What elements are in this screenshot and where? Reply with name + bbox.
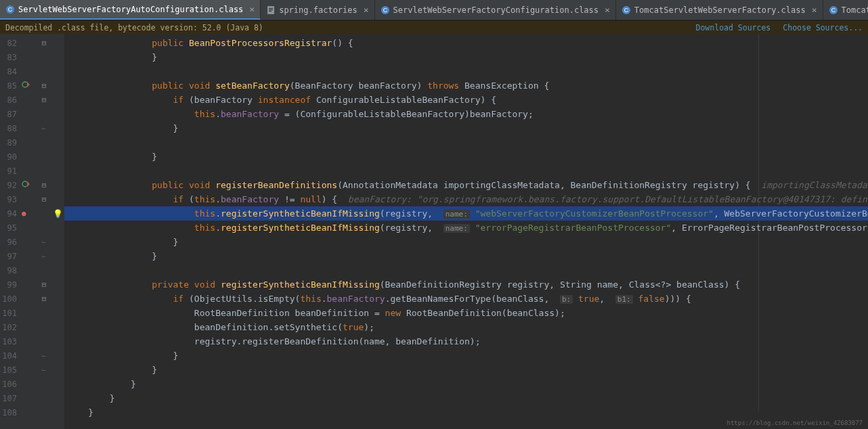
gutter-row[interactable]: 95 bbox=[0, 221, 64, 235]
override-indicator-icon bbox=[22, 81, 30, 91]
gutter-row[interactable]: 91 bbox=[0, 164, 64, 178]
svg-point-12 bbox=[22, 82, 28, 87]
svg-rect-3 bbox=[269, 8, 273, 9]
code-line[interactable]: } bbox=[64, 50, 868, 64]
fold-end-icon: ⌙ bbox=[41, 351, 47, 360]
code-line[interactable]: } bbox=[64, 405, 868, 420]
code-area[interactable]: public BeanPostProcessorsRegistrar() { }… bbox=[64, 34, 868, 429]
code-line[interactable]: this.registerSyntheticBeanIfMissing(regi… bbox=[64, 206, 868, 221]
code-line[interactable] bbox=[64, 64, 868, 78]
choose-sources-link[interactable]: Choose Sources... bbox=[783, 23, 863, 32]
code-line[interactable]: public BeanPostProcessorsRegistrar() { bbox=[64, 36, 868, 50]
svg-text:C: C bbox=[383, 7, 387, 14]
gutter-row[interactable]: 82⊟ bbox=[0, 36, 64, 50]
fold-toggle-icon[interactable]: ⊟ bbox=[41, 95, 47, 104]
gutter-row[interactable]: 97⌙ bbox=[0, 249, 64, 263]
code-line[interactable]: if (ObjectUtils.isEmpty(this.beanFactory… bbox=[64, 292, 868, 306]
gutter-row[interactable]: 96⌙ bbox=[0, 235, 64, 249]
code-line[interactable]: } bbox=[64, 391, 868, 405]
fold-toggle-icon[interactable]: ⊟ bbox=[41, 181, 47, 189]
class-file-icon: C bbox=[829, 5, 838, 15]
code-line[interactable] bbox=[64, 164, 868, 178]
gutter-row[interactable]: 87 bbox=[0, 107, 64, 121]
gutter-row[interactable]: 105⌙ bbox=[0, 363, 64, 377]
download-sources-link[interactable]: Download Sources bbox=[696, 23, 771, 32]
gutter-row[interactable]: 102 bbox=[0, 320, 64, 334]
code-line[interactable]: } bbox=[64, 235, 868, 249]
code-line[interactable]: public void registerBeanDefinitions(Anno… bbox=[64, 178, 868, 192]
class-file-icon: C bbox=[5, 5, 15, 14]
fold-end-icon: ⌙ bbox=[41, 124, 47, 133]
class-file-icon: C bbox=[381, 5, 390, 15]
editor-tab-3[interactable]: C TomcatServletWebServerFactory.class × bbox=[616, 0, 823, 20]
gutter-row[interactable]: 94●💡 bbox=[0, 206, 64, 221]
editor-tab-2[interactable]: C ServletWebServerFactoryConfiguration.c… bbox=[375, 0, 616, 20]
editor-tab-1[interactable]: spring.factories × bbox=[261, 0, 374, 20]
gutter-row[interactable]: 89 bbox=[0, 135, 64, 150]
code-line[interactable]: } bbox=[64, 121, 868, 135]
watermark: https://blog.csdn.net/weixin_42683077 bbox=[727, 420, 863, 426]
code-line[interactable]: this.registerSyntheticBeanIfMissing(regi… bbox=[64, 221, 868, 235]
fold-end-icon: ⌙ bbox=[41, 365, 47, 374]
svg-rect-4 bbox=[269, 9, 273, 10]
code-line[interactable]: if (this.beanFactory != null) { beanFact… bbox=[64, 192, 868, 206]
gutter-row[interactable]: 86⊟ bbox=[0, 93, 64, 107]
close-icon[interactable]: × bbox=[249, 4, 255, 14]
code-line[interactable]: public void setBeanFactory(BeanFactory b… bbox=[64, 78, 868, 93]
tab-label: ServletWebServerFactoryAutoConfiguration… bbox=[18, 5, 243, 14]
gutter-row[interactable]: 98 bbox=[0, 263, 64, 277]
gutter-row[interactable]: 104⌙ bbox=[0, 348, 64, 363]
fold-toggle-icon[interactable]: ⊟ bbox=[41, 195, 47, 204]
code-line[interactable]: } bbox=[64, 377, 868, 391]
gutter-row[interactable]: 108 bbox=[0, 405, 64, 420]
code-line[interactable]: } bbox=[64, 249, 868, 263]
code-line[interactable]: RootBeanDefinition beanDefinition = new … bbox=[64, 306, 868, 320]
gutter-row[interactable]: 84 bbox=[0, 64, 64, 78]
fold-toggle-icon[interactable]: ⊟ bbox=[41, 280, 47, 289]
fold-toggle-icon[interactable]: ⊟ bbox=[41, 294, 47, 303]
code-line[interactable]: beanDefinition.setSynthetic(true); bbox=[64, 320, 868, 334]
gutter-row[interactable]: 93⊟ bbox=[0, 192, 64, 206]
fold-toggle-icon[interactable]: ⊟ bbox=[41, 81, 47, 90]
close-icon[interactable]: × bbox=[812, 5, 817, 15]
breakpoint-icon: ● bbox=[22, 209, 26, 218]
intention-bulb-icon[interactable]: 💡 bbox=[53, 209, 63, 219]
gutter-row[interactable]: 85⊟ bbox=[0, 78, 64, 93]
editor-tab-4[interactable]: C TomcatWebServerFactoryCusto bbox=[823, 0, 868, 20]
code-line[interactable]: } bbox=[64, 150, 868, 164]
close-icon[interactable]: × bbox=[364, 5, 369, 15]
svg-text:C: C bbox=[8, 6, 13, 13]
editor-tab-0[interactable]: C ServletWebServerFactoryAutoConfigurati… bbox=[0, 0, 261, 20]
gutter-row[interactable]: 92⊟ bbox=[0, 178, 64, 192]
gutter-row[interactable]: 88⌙ bbox=[0, 121, 64, 135]
code-line[interactable]: if (beanFactory instanceof ConfigurableL… bbox=[64, 93, 868, 107]
code-editor[interactable]: 82⊟838485⊟86⊟8788⌙89909192⊟93⊟94●💡9596⌙9… bbox=[0, 34, 868, 429]
gutter[interactable]: 82⊟838485⊟86⊟8788⌙89909192⊟93⊟94●💡9596⌙9… bbox=[0, 34, 64, 429]
fold-end-icon: ⌙ bbox=[41, 252, 47, 261]
class-file-icon: C bbox=[622, 5, 631, 15]
tab-label: ServletWebServerFactoryConfiguration.cla… bbox=[393, 5, 599, 15]
gutter-row[interactable]: 83 bbox=[0, 50, 64, 64]
code-line[interactable] bbox=[64, 135, 868, 150]
svg-text:C: C bbox=[831, 7, 836, 14]
code-line[interactable] bbox=[64, 263, 868, 277]
code-line[interactable]: registry.registerBeanDefinition(name, be… bbox=[64, 334, 868, 348]
code-line[interactable]: private void registerSyntheticBeanIfMiss… bbox=[64, 277, 868, 292]
gutter-row[interactable]: 103 bbox=[0, 334, 64, 348]
gutter-row[interactable]: 106 bbox=[0, 377, 64, 391]
gutter-row[interactable]: 99⊟ bbox=[0, 277, 64, 292]
file-icon bbox=[266, 5, 276, 15]
svg-text:C: C bbox=[624, 7, 629, 14]
tab-label: TomcatServletWebServerFactory.class bbox=[634, 5, 806, 15]
gutter-row[interactable]: 101 bbox=[0, 306, 64, 320]
gutter-row[interactable]: 100⊟ bbox=[0, 292, 64, 306]
code-line[interactable]: this.beanFactory = (ConfigurableListable… bbox=[64, 107, 868, 121]
code-line[interactable]: } bbox=[64, 348, 868, 363]
override-indicator-icon bbox=[22, 180, 30, 190]
gutter-row[interactable]: 107 bbox=[0, 391, 64, 405]
gutter-row[interactable]: 90 bbox=[0, 150, 64, 164]
svg-rect-5 bbox=[269, 11, 272, 12]
code-line[interactable]: } bbox=[64, 363, 868, 377]
close-icon[interactable]: × bbox=[605, 5, 610, 15]
fold-toggle-icon[interactable]: ⊟ bbox=[41, 39, 47, 47]
